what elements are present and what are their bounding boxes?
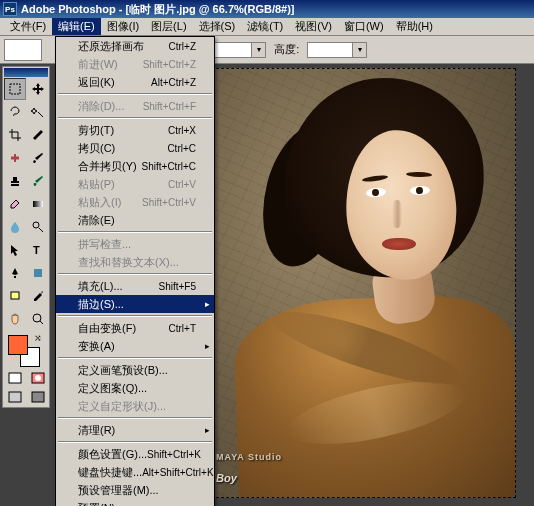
- svg-text:T: T: [33, 244, 40, 256]
- brush-tool[interactable]: [27, 147, 49, 169]
- menu-cut[interactable]: 剪切(T)Ctrl+X: [56, 121, 214, 139]
- svg-rect-2: [33, 201, 43, 207]
- toolbox-header[interactable]: [4, 68, 48, 77]
- menu-preferences[interactable]: 预置(N)▸: [56, 499, 214, 506]
- quickmask-mode[interactable]: [27, 369, 49, 387]
- eraser-tool[interactable]: [4, 193, 26, 215]
- menu-file[interactable]: 文件(F): [4, 18, 52, 35]
- foreground-color[interactable]: [8, 335, 28, 355]
- svg-rect-8: [9, 373, 21, 383]
- menu-paste[interactable]: 粘贴(P)Ctrl+V: [56, 175, 214, 193]
- shape-tool[interactable]: [27, 262, 49, 284]
- menu-stroke[interactable]: 描边(S)...▸: [56, 295, 214, 313]
- slice-tool[interactable]: [27, 124, 49, 146]
- menu-color-settings[interactable]: 颜色设置(G)...Shift+Ctrl+K: [56, 445, 214, 463]
- title-bar: Ps Adobe Photoshop - [临时 图片.jpg @ 66.7%(…: [0, 0, 534, 18]
- marquee-preset-thumb[interactable]: [4, 39, 42, 61]
- wand-tool[interactable]: [27, 101, 49, 123]
- menu-help[interactable]: 帮助(H): [390, 18, 439, 35]
- submenu-arrow-icon: ▸: [205, 341, 210, 351]
- marquee-tool[interactable]: [4, 78, 26, 100]
- menu-purge[interactable]: 清理(R)▸: [56, 421, 214, 439]
- menu-select[interactable]: 选择(S): [193, 18, 242, 35]
- lasso-tool[interactable]: [4, 101, 26, 123]
- screen-standard[interactable]: [4, 388, 26, 406]
- svg-rect-5: [34, 269, 42, 277]
- menu-view[interactable]: 视图(V): [289, 18, 338, 35]
- menu-image[interactable]: 图像(I): [101, 18, 145, 35]
- svg-rect-11: [9, 392, 21, 402]
- zoom-tool[interactable]: [27, 308, 49, 330]
- dodge-tool[interactable]: [27, 216, 49, 238]
- svg-rect-6: [11, 292, 19, 299]
- path-select-tool[interactable]: [4, 239, 26, 261]
- menu-copy[interactable]: 拷贝(C)Ctrl+C: [56, 139, 214, 157]
- menu-clear[interactable]: 清除(E): [56, 211, 214, 229]
- separator: [58, 231, 212, 233]
- color-swatch: ⤭: [4, 333, 48, 367]
- gradient-tool[interactable]: [27, 193, 49, 215]
- menu-step-backward[interactable]: 返回(K)Alt+Ctrl+Z: [56, 73, 214, 91]
- hand-tool[interactable]: [4, 308, 26, 330]
- separator: [58, 273, 212, 275]
- menu-bar: 文件(F) 编辑(E) 图像(I) 图层(L) 选择(S) 滤镜(T) 视图(V…: [0, 18, 534, 36]
- separator: [58, 357, 212, 359]
- separator: [58, 441, 212, 443]
- healing-tool[interactable]: [4, 147, 26, 169]
- svg-point-7: [33, 314, 41, 322]
- separator: [58, 93, 212, 95]
- menu-step-forward[interactable]: 前进(W)Shift+Ctrl+Z: [56, 55, 214, 73]
- toolbox: T ⤭: [2, 66, 50, 408]
- separator: [58, 315, 212, 317]
- document-image: MAYA Studio Boy: [206, 68, 516, 498]
- menu-define-pattern[interactable]: 定义图案(Q)...: [56, 379, 214, 397]
- separator: [58, 117, 212, 119]
- blur-tool[interactable]: [4, 216, 26, 238]
- menu-spellcheck[interactable]: 拼写检查...: [56, 235, 214, 253]
- type-tool[interactable]: T: [27, 239, 49, 261]
- menu-undo[interactable]: 还原选择画布Ctrl+Z: [56, 37, 214, 55]
- menu-transform[interactable]: 变换(A)▸: [56, 337, 214, 355]
- menu-preset-manager[interactable]: 预设管理器(M)...: [56, 481, 214, 499]
- crop-tool[interactable]: [4, 124, 26, 146]
- stamp-tool[interactable]: [4, 170, 26, 192]
- history-brush-tool[interactable]: [27, 170, 49, 192]
- submenu-arrow-icon: ▸: [205, 299, 210, 309]
- menu-free-transform[interactable]: 自由变换(F)Ctrl+T: [56, 319, 214, 337]
- menu-edit[interactable]: 编辑(E): [52, 18, 101, 35]
- width-dd-icon[interactable]: ▾: [252, 42, 266, 58]
- screen-full-menus[interactable]: [27, 388, 49, 406]
- svg-point-10: [35, 375, 41, 381]
- svg-rect-0: [10, 84, 20, 94]
- menu-keyboard-shortcuts[interactable]: 键盘快捷键...Alt+Shift+Ctrl+K: [56, 463, 214, 481]
- standard-mode[interactable]: [4, 369, 26, 387]
- menu-window[interactable]: 窗口(W): [338, 18, 390, 35]
- menu-filter[interactable]: 滤镜(T): [241, 18, 289, 35]
- move-tool[interactable]: [27, 78, 49, 100]
- menu-paste-into[interactable]: 粘贴入(I)Shift+Ctrl+V: [56, 193, 214, 211]
- menu-copy-merged[interactable]: 合并拷贝(Y)Shift+Ctrl+C: [56, 157, 214, 175]
- menu-fade[interactable]: 消除(D)...Shift+Ctrl+F: [56, 97, 214, 115]
- document[interactable]: MAYA Studio Boy: [206, 68, 516, 498]
- svg-point-3: [33, 222, 39, 228]
- watermark: MAYA Studio Boy: [216, 452, 282, 488]
- app-icon: Ps: [3, 2, 17, 16]
- height-input[interactable]: [307, 42, 353, 58]
- window-title: Adobe Photoshop - [临时 图片.jpg @ 66.7%(RGB…: [21, 2, 295, 17]
- edit-dropdown: 还原选择画布Ctrl+Z 前进(W)Shift+Ctrl+Z 返回(K)Alt+…: [55, 36, 215, 506]
- eyedropper-tool[interactable]: [27, 285, 49, 307]
- separator: [58, 417, 212, 419]
- menu-define-shape[interactable]: 定义自定形状(J)...: [56, 397, 214, 415]
- notes-tool[interactable]: [4, 285, 26, 307]
- swap-colors-icon[interactable]: ⤭: [34, 333, 46, 345]
- height-label: 高度:: [274, 42, 299, 57]
- menu-define-brush[interactable]: 定义画笔预设(B)...: [56, 361, 214, 379]
- submenu-arrow-icon: ▸: [205, 425, 210, 435]
- menu-find-replace[interactable]: 查找和替换文本(X)...: [56, 253, 214, 271]
- pen-tool[interactable]: [4, 262, 26, 284]
- svg-rect-12: [32, 392, 44, 402]
- menu-fill[interactable]: 填充(L)...Shift+F5: [56, 277, 214, 295]
- height-dd-icon[interactable]: ▾: [353, 42, 367, 58]
- menu-layer[interactable]: 图层(L): [145, 18, 192, 35]
